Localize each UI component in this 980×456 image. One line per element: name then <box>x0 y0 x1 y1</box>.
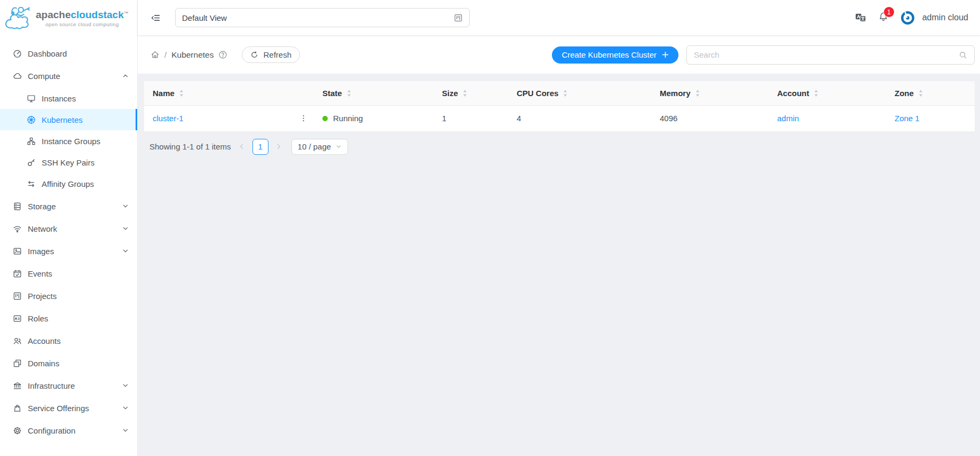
cell-account: admin <box>769 105 886 131</box>
sort-icon <box>563 89 568 97</box>
menu-fold-icon[interactable] <box>151 13 161 23</box>
brand-apache: apache <box>36 10 70 21</box>
cell-name: cluster-1 <box>144 105 314 131</box>
project-icon <box>454 13 463 22</box>
translation-icon[interactable] <box>855 12 866 23</box>
chevron-down-icon <box>122 248 129 254</box>
sort-icon <box>346 89 352 97</box>
sidebar-item-compute[interactable]: Compute <box>0 65 137 87</box>
account-link[interactable]: admin <box>777 114 799 123</box>
zone-link[interactable]: Zone 1 <box>895 114 920 123</box>
key-icon <box>27 158 36 167</box>
kubernetes-table-card: Name State Size CPU Cores Memory Account… <box>144 81 975 132</box>
sidebar-item-service-offerings[interactable]: Service Offerings <box>0 397 137 419</box>
column-header-zone[interactable]: Zone <box>886 81 975 105</box>
sidebar-item-dashboard[interactable]: Dashboard <box>0 43 137 64</box>
block-icon <box>13 359 22 368</box>
sidebar-item-infrastructure[interactable]: Infrastructure <box>0 375 137 396</box>
avatar[interactable] <box>900 11 915 25</box>
project-view-selector[interactable]: Default View <box>175 8 470 27</box>
cell-cpu-cores: 4 <box>508 105 651 131</box>
breadcrumb-toolbar: / Kubernetes Refresh Create Kubernetes C… <box>138 35 980 74</box>
sidebar-item-configuration[interactable]: Configuration <box>0 420 137 441</box>
chevron-down-icon <box>336 144 342 150</box>
desktop-icon <box>27 94 36 103</box>
table-header-row: Name State Size CPU Cores Memory Account… <box>144 81 975 105</box>
column-header-memory[interactable]: Memory <box>651 81 769 105</box>
create-kubernetes-cluster-button[interactable]: Create Kubernetes Cluster <box>552 46 678 64</box>
home-icon[interactable] <box>151 50 160 59</box>
sidebar-item-roles[interactable]: Roles <box>0 308 137 329</box>
cloud-icon <box>13 72 22 81</box>
sidebar-item-affinity-groups[interactable]: Affinity Groups <box>0 173 137 194</box>
sidebar-item-events[interactable]: Events <box>0 263 137 284</box>
sort-icon <box>695 89 700 97</box>
sidebar-item-instances[interactable]: Instances <box>0 88 137 109</box>
column-header-account[interactable]: Account <box>769 81 886 105</box>
content-area: Name State Size CPU Cores Memory Account… <box>138 74 980 456</box>
cell-size: 1 <box>433 105 508 131</box>
cluster-icon <box>27 137 36 146</box>
kubernetes-icon <box>27 115 36 124</box>
search-input[interactable] <box>694 50 959 59</box>
wifi-icon <box>13 224 22 233</box>
column-header-cpu-cores[interactable]: CPU Cores <box>508 81 651 105</box>
gear-icon <box>13 426 22 435</box>
state-dot <box>322 116 328 121</box>
question-circle-icon[interactable] <box>218 50 227 59</box>
cluster-name-link[interactable]: cluster-1 <box>153 114 184 123</box>
chevron-down-icon <box>122 427 129 434</box>
brand-cloudstack: cloudstack <box>70 10 123 21</box>
breadcrumb-current: Kubernetes <box>171 50 214 60</box>
column-header-size[interactable]: Size <box>433 81 508 105</box>
current-page-button[interactable]: 1 <box>252 139 268 155</box>
project-view-value: Default View <box>182 13 227 22</box>
brand-logo[interactable]: apachecloudstack™ open source cloud comp… <box>0 0 137 35</box>
chevron-right-icon <box>275 143 282 150</box>
kubernetes-table: Name State Size CPU Cores Memory Account… <box>144 81 975 132</box>
prev-page-button[interactable] <box>236 141 248 153</box>
reload-icon <box>250 51 258 59</box>
sidebar-item-instance-groups[interactable]: Instance Groups <box>0 130 137 152</box>
notifications-button[interactable]: 1 <box>878 11 889 24</box>
row-actions-ellipsis-icon[interactable] <box>299 114 307 122</box>
search-icon[interactable] <box>959 51 967 59</box>
sort-icon <box>918 89 923 97</box>
chevron-down-icon <box>122 203 129 209</box>
sort-icon <box>462 89 468 97</box>
chevron-down-icon <box>122 405 129 411</box>
refresh-button[interactable]: Refresh <box>242 46 300 63</box>
chevron-left-icon <box>238 143 245 150</box>
breadcrumb-separator: / <box>164 50 167 59</box>
sort-icon <box>813 89 819 97</box>
brand-text: apachecloudstack™ open source cloud comp… <box>36 8 129 27</box>
chevron-up-icon <box>122 73 129 79</box>
page-size-select[interactable]: 10 / page <box>291 139 349 155</box>
table-row: cluster-1 Running 1 4 4096 admin Zone 1 <box>144 105 975 131</box>
notification-badge: 1 <box>884 7 894 17</box>
toolbar-actions: Create Kubernetes Cluster <box>552 45 975 65</box>
next-page-button[interactable] <box>273 141 285 153</box>
state-badge: Running <box>333 114 363 123</box>
sidebar-item-kubernetes[interactable]: Kubernetes <box>0 109 137 130</box>
chevron-down-icon <box>122 382 129 389</box>
column-header-name[interactable]: Name <box>144 81 314 105</box>
trademark: ™ <box>124 11 129 16</box>
sidebar-item-storage[interactable]: Storage <box>0 195 137 217</box>
sidebar-item-ssh-key-pairs[interactable]: SSH Key Pairs <box>0 152 137 173</box>
cell-zone: Zone 1 <box>886 105 975 131</box>
sidebar-item-accounts[interactable]: Accounts <box>0 330 137 351</box>
main-column: Default View 1 admin cloud / Kubernetes … <box>138 0 980 456</box>
top-header: Default View 1 admin cloud <box>138 0 980 35</box>
sort-icon <box>179 89 184 97</box>
column-header-state[interactable]: State <box>314 81 433 105</box>
idcard-icon <box>13 314 22 323</box>
sidebar-item-domains[interactable]: Domains <box>0 352 137 374</box>
sidebar-item-images[interactable]: Images <box>0 240 137 262</box>
user-name[interactable]: admin cloud <box>922 13 968 22</box>
sidebar-item-projects[interactable]: Projects <box>0 285 137 306</box>
sidebar-item-network[interactable]: Network <box>0 218 137 239</box>
calendar-check-icon <box>13 269 22 278</box>
cloudstack-app: apachecloudstack™ open source cloud comp… <box>0 0 980 456</box>
cloudmonkey-icon <box>4 4 33 31</box>
